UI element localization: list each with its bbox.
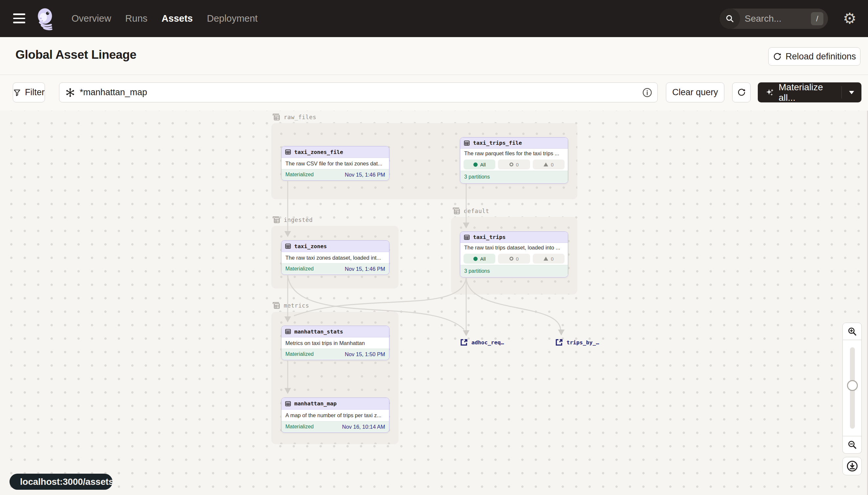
materialized-label: Materialized [285, 424, 314, 430]
info-icon[interactable] [642, 88, 652, 98]
asset-name: taxi_zones_file [294, 149, 343, 155]
missing-ring-icon [510, 163, 513, 167]
asset-query-input[interactable] [75, 87, 642, 98]
asset-status-row: Materialized Nov 15, 1:50 PM [281, 348, 389, 359]
sparkles-icon [765, 88, 775, 98]
asset-description: Metrics on taxi trips in Manhattan [281, 338, 389, 348]
filter-label: Filter [25, 87, 45, 98]
asset-node-taxi-zones[interactable]: taxi_zones The raw taxi zones dataset, l… [281, 240, 389, 275]
asset-name: manhattan_map [294, 400, 337, 407]
funnel-icon [13, 89, 21, 97]
magnifier-plus-icon [847, 327, 857, 337]
materialized-time: Nov 15, 1:46 PM [345, 172, 385, 178]
group-label-raw-files[interactable]: raw_files [272, 113, 316, 121]
dagster-logo-icon[interactable] [34, 6, 58, 32]
canvas-zoom-controls [843, 323, 862, 454]
missing-ring-icon [510, 257, 513, 261]
asset-node-manhattan-map[interactable]: manhattan_map A map of the number of tri… [281, 397, 389, 433]
group-label-metrics[interactable]: metrics [272, 301, 309, 310]
table-icon [285, 243, 291, 250]
reload-icon [773, 52, 782, 61]
refresh-icon [737, 88, 746, 97]
nav-link-deployment[interactable]: Deployment [207, 13, 258, 24]
pill-label: All [480, 162, 486, 167]
pill-label: All [480, 256, 486, 262]
asset-node-taxi-trips-file[interactable]: taxi_trips_file The raw parquet files fo… [460, 137, 568, 184]
external-asset-adhoc-request[interactable]: adhoc_req… [460, 338, 504, 347]
partitions-all-pill[interactable]: All [463, 159, 495, 169]
materialize-dropdown[interactable] [842, 86, 862, 99]
pill-label: 0 [516, 256, 519, 262]
reload-definitions-label: Reload definitions [786, 52, 856, 62]
asset-description: The raw parquet files for the taxi trips… [460, 149, 568, 158]
partitions-footer: 3 partitions [460, 265, 568, 277]
partitions-footer: 3 partitions [460, 171, 568, 183]
failed-triangle-icon [544, 257, 548, 261]
download-circle-icon [846, 460, 858, 472]
asset-node-manhattan-stats[interactable]: manhattan_stats Metrics on taxi trips in… [281, 326, 389, 360]
asset-node-taxi-zones-file[interactable]: taxi_zones_file The raw CSV file for the… [281, 146, 389, 181]
asset-description: A map of the number of trips per taxi z.… [281, 410, 389, 421]
group-name: metrics [284, 302, 309, 309]
partition-health-row: All 0 0 [460, 252, 568, 265]
partitions-failed-pill[interactable]: 0 [533, 159, 565, 169]
asset-name: taxi_zones [294, 243, 327, 250]
asset-node-taxi-trips[interactable]: taxi_trips The raw taxi trips dataset, l… [460, 232, 568, 277]
group-label-default[interactable]: default [452, 206, 489, 215]
asset-node-header: taxi_zones_file [281, 147, 389, 158]
refresh-button[interactable] [732, 82, 750, 102]
zoom-in-button[interactable] [843, 323, 862, 340]
download-image-button[interactable] [843, 457, 862, 475]
zoom-slider-thumb[interactable] [847, 380, 858, 391]
external-link-icon [460, 338, 468, 347]
materialize-all-button[interactable]: Materialize all... [758, 82, 862, 102]
materialized-label: Materialized [285, 351, 314, 357]
partitions-missing-pill[interactable]: 0 [498, 254, 530, 263]
group-name: ingested [284, 217, 313, 223]
clear-query-label: Clear query [672, 87, 718, 98]
search-input[interactable] [740, 14, 811, 24]
nav-link-assets[interactable]: Assets [162, 13, 193, 24]
asset-description: The raw taxi trips dataset, loaded into … [460, 243, 568, 252]
asset-name: taxi_trips [473, 234, 506, 240]
materialize-all-main[interactable]: Materialize all... [758, 82, 842, 103]
materialized-time: Nov 16, 10:14 AM [342, 424, 385, 430]
materialized-label: Materialized [285, 266, 314, 272]
asset-node-header: taxi_trips_file [460, 138, 568, 149]
zoom-out-button[interactable] [843, 436, 862, 454]
success-dot-icon [473, 257, 478, 261]
clear-query-button[interactable]: Clear query [666, 82, 724, 102]
global-search[interactable]: / [720, 8, 828, 29]
partitions-all-pill[interactable]: All [463, 254, 495, 263]
group-name: default [464, 208, 489, 214]
table-icon [285, 328, 291, 335]
group-table-icon [272, 113, 281, 121]
group-table-icon [272, 215, 281, 224]
filter-button[interactable]: Filter [13, 82, 45, 102]
partitions-missing-pill[interactable]: 0 [498, 159, 530, 169]
asset-node-header: manhattan_map [281, 398, 389, 410]
nav-links: Overview Runs Assets Deployment [72, 0, 258, 37]
search-icon [720, 8, 740, 29]
hamburger-menu-icon[interactable] [13, 12, 26, 25]
magnifier-minus-icon [847, 440, 857, 450]
external-link-icon [555, 338, 563, 347]
partitions-failed-pill[interactable]: 0 [533, 254, 565, 263]
pill-label: 0 [551, 256, 553, 262]
materialized-label: Materialized [285, 172, 314, 177]
status-url-text: localhost:3000/assets [20, 477, 113, 487]
lineage-toolbar: Filter Clear query [0, 75, 868, 110]
asset-description: The raw CSV file for the taxi zones dat.… [281, 158, 389, 169]
page-title: Global Asset Lineage [15, 48, 137, 62]
materialized-time: Nov 15, 1:50 PM [345, 351, 385, 357]
group-label-ingested[interactable]: ingested [272, 215, 313, 224]
external-asset-name: adhoc_req… [472, 339, 504, 346]
materialize-all-label: Materialize all... [779, 82, 842, 103]
asset-node-header: taxi_trips [460, 232, 568, 243]
nav-link-overview[interactable]: Overview [72, 13, 111, 24]
external-asset-trips-by[interactable]: trips_by_… [555, 338, 599, 347]
materialized-time: Nov 15, 1:46 PM [345, 266, 385, 272]
settings-gear-icon[interactable]: ⚙ [841, 9, 858, 28]
reload-definitions-button[interactable]: Reload definitions [768, 47, 861, 66]
nav-link-runs[interactable]: Runs [125, 13, 148, 24]
